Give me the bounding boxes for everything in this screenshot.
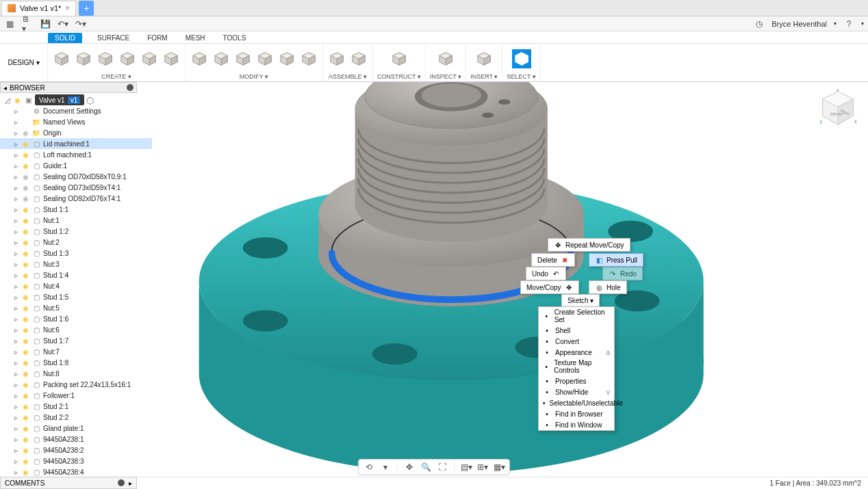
tree-twisty-icon[interactable]: ▹ [12, 348, 19, 356]
visibility-bulb-icon[interactable]: ◉ [21, 447, 29, 454]
ribbon-button-assemble-0[interactable] [327, 49, 346, 68]
visibility-bulb-icon[interactable]: ◉ [21, 206, 29, 213]
workspace-tab-tools[interactable]: TOOLS [220, 33, 249, 43]
grid-icon[interactable]: ⊞▾ [476, 461, 489, 473]
tree-item[interactable]: ▹◉▢Stud 1:8 [0, 357, 152, 368]
tree-twisty-icon[interactable]: ▹ [12, 315, 19, 323]
browser-panel-header[interactable]: ◂ BROWSER [0, 82, 137, 93]
mm-repeat-move-copy[interactable]: ✥ Repeat Move/Copy [548, 238, 630, 252]
visibility-bulb-icon[interactable]: ◉ [21, 403, 29, 410]
tree-item[interactable]: ▹◉▢Nut:7 [0, 346, 152, 357]
tree-twisty-icon[interactable]: ▹ [12, 151, 19, 159]
ribbon-button-inspect-0[interactable] [436, 49, 455, 68]
tree-item[interactable]: ▹◉▢Nut:4 [0, 280, 152, 291]
visibility-bulb-icon[interactable]: ◉ [21, 184, 29, 191]
tree-item[interactable]: ▹◉▢Stud 2:1 [0, 401, 152, 412]
tree-twisty-icon[interactable]: ▹ [12, 162, 19, 170]
context-menu-item[interactable]: •Create Selection Set [539, 307, 614, 325]
tree-twisty-icon[interactable]: ▹ [12, 107, 19, 115]
visibility-bulb-icon[interactable]: ◉ [21, 414, 29, 421]
visibility-bulb-icon[interactable]: ◉ [21, 359, 29, 367]
tree-item[interactable]: ▹◉📁Origin [0, 127, 152, 138]
tree-twisty-icon[interactable]: ▹ [12, 359, 19, 367]
document-tab[interactable]: Valve v1 v1* × [1, 1, 76, 16]
context-menu-item[interactable]: •Show/Hidev [539, 386, 614, 397]
mm-hole[interactable]: ◎ Hole [589, 280, 627, 294]
tree-twisty-icon[interactable]: ▹ [12, 129, 19, 137]
tree-item[interactable]: ▹◉▢Loft machined:1 [0, 149, 152, 160]
ribbon-button-modify-4[interactable] [277, 49, 296, 68]
ribbon-button-modify-1[interactable] [212, 49, 231, 68]
tree-twisty-icon[interactable]: ▹ [12, 195, 19, 202]
tree-twisty-icon[interactable]: ▹ [12, 381, 19, 388]
tree-twisty-icon[interactable]: ▹ [12, 403, 19, 410]
tree-twisty-icon[interactable]: ▹ [12, 184, 19, 191]
tree-item[interactable]: ▹◉▢Sealing OD92xID76xT4:1 [0, 193, 152, 204]
ribbon-button-select-0[interactable] [512, 49, 531, 68]
ribbon-group-label[interactable]: INSERT ▾ [470, 73, 498, 80]
visibility-bulb-icon[interactable]: ◉ [21, 195, 29, 202]
tree-root-row[interactable]: ◿ ◉ ▣ Valve v1v1 ◯ [0, 94, 152, 105]
tree-twisty-icon[interactable]: ▹ [12, 217, 19, 224]
workspace-tab-surface[interactable]: SURFACE [94, 33, 132, 43]
tree-twisty-icon[interactable]: ▹ [12, 118, 19, 126]
viewport-icon[interactable]: ▦▾ [493, 461, 505, 473]
viewcube[interactable]: FRONT RIGHT x y z [819, 89, 857, 127]
mm-undo[interactable]: Undo ↶ [526, 267, 566, 280]
workspace-tab-mesh[interactable]: MESH [183, 33, 208, 43]
mm-delete[interactable]: Delete ✖ [531, 253, 575, 267]
tree-item[interactable]: ▹◉▢Nut:8 [0, 368, 152, 379]
tree-item[interactable]: ▹◉▢Stud 1:5 [0, 291, 152, 302]
tree-twisty-icon[interactable]: ▹ [12, 239, 19, 246]
ribbon-group-label[interactable]: SELECT ▾ [507, 73, 535, 80]
user-name[interactable]: Bryce Heventhal [771, 20, 827, 28]
visibility-bulb-icon[interactable]: ◉ [21, 282, 29, 290]
tree-twisty-icon[interactable]: ▹ [12, 272, 19, 279]
ribbon-group-label[interactable]: INSPECT ▾ [430, 73, 461, 80]
visibility-bulb-icon[interactable]: ◉ [21, 337, 29, 345]
visibility-bulb-icon[interactable]: ◉ [21, 293, 29, 301]
zoom-icon[interactable]: 🔍 [420, 461, 432, 473]
ribbon-button-create-4[interactable] [140, 49, 159, 68]
context-menu-item[interactable]: •Shell [539, 325, 614, 336]
tree-twisty-icon[interactable]: ▹ [12, 140, 19, 148]
browser-options-icon[interactable] [127, 84, 133, 91]
visibility-bulb-icon[interactable]: ◉ [21, 436, 29, 443]
tree-twisty-icon[interactable]: ▹ [12, 447, 19, 454]
tree-twisty-icon[interactable]: ▹ [12, 425, 19, 432]
visibility-bulb-icon[interactable]: ◉ [21, 348, 29, 356]
tree-twisty-icon[interactable]: ▹ [12, 392, 19, 399]
tab-add-button[interactable]: + [79, 1, 94, 16]
tree-item[interactable]: ▹◉▢Follower:1 [0, 390, 152, 401]
tree-twisty-icon[interactable]: ▹ [12, 206, 19, 213]
save-icon[interactable]: 💾 [40, 18, 51, 29]
browser-tree[interactable]: ◿ ◉ ▣ Valve v1v1 ◯ ▹◉⚙Document Settings▹… [0, 93, 152, 477]
context-menu-item[interactable]: •Convert [539, 336, 614, 347]
tree-item[interactable]: ▹◉▢Guide:1 [0, 160, 152, 171]
tree-item[interactable]: ▹◉▢Sealing OD73xID59xT4:1 [0, 182, 152, 193]
ribbon-group-label[interactable]: MODIFY ▾ [240, 73, 268, 80]
ribbon-button-create-2[interactable] [96, 49, 115, 68]
tree-twisty-icon[interactable]: ▹ [12, 250, 19, 257]
ribbon-button-create-0[interactable] [52, 49, 71, 68]
apps-icon[interactable]: ▦ [4, 18, 15, 29]
pan-icon[interactable]: ✥ [403, 461, 416, 473]
tree-item[interactable]: ▹◉▢Stud 1:4 [0, 269, 152, 280]
visibility-bulb-icon[interactable]: ◉ [21, 272, 29, 279]
visibility-bulb-icon[interactable]: ◉ [21, 151, 29, 159]
undo-icon[interactable]: ↶▾ [58, 18, 68, 29]
visibility-bulb-icon[interactable]: ◉ [21, 129, 29, 137]
visibility-bulb-icon[interactable]: ◉ [21, 250, 29, 257]
tree-item[interactable]: ▹◉▢Nut:1 [0, 215, 152, 226]
tree-item[interactable]: ▹◉▢Gland plate:1 [0, 423, 152, 434]
ribbon-button-create-1[interactable] [74, 49, 93, 68]
tree-twisty-icon[interactable]: ▹ [12, 228, 19, 235]
tree-item[interactable]: ▹◉▢Stud 2:2 [0, 412, 152, 423]
tree-item[interactable]: ▹◉▢Lid machined:1 [0, 138, 152, 149]
clock-icon[interactable]: ◷ [754, 18, 765, 29]
visibility-bulb-icon[interactable]: ◉ [21, 261, 29, 268]
visibility-bulb-icon[interactable]: ◉ [21, 370, 29, 378]
tree-item[interactable]: ▹◉▢Stud 1:2 [0, 226, 152, 237]
tree-item[interactable]: ▹◉▢Nut:3 [0, 259, 152, 269]
mm-move-copy[interactable]: Move/Copy ✥ [520, 280, 579, 294]
